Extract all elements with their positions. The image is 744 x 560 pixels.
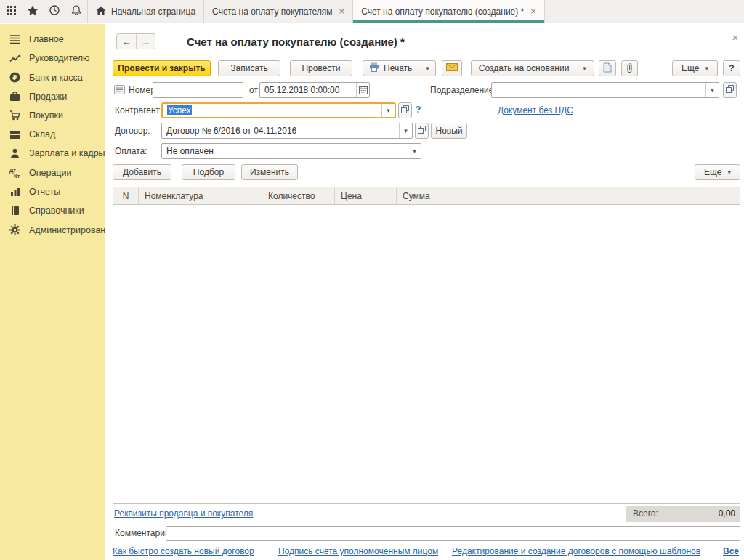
column-header-quantity[interactable]: Количество [262, 187, 335, 204]
payment-label: Оплата: [115, 146, 147, 156]
save-button[interactable]: Записать [218, 60, 280, 76]
chevron-down-icon[interactable]: ▾ [705, 65, 708, 72]
notifications-button[interactable] [65, 0, 87, 23]
row-contract: Договор: Договор № 6/2016 от 04.11.2016 … [105, 123, 744, 139]
sidebar-item-label: Главное [29, 34, 64, 44]
back-button[interactable]: ← [117, 34, 136, 49]
all-links-link[interactable]: Все [723, 546, 739, 556]
no-vat-link[interactable]: Документ без НДС [498, 105, 573, 115]
requisites-link[interactable]: Реквизиты продавца и покупателя [114, 508, 253, 519]
tab-label: Счет на оплату покупателю (создание) * [361, 7, 524, 17]
chevron-down-icon[interactable]: ▾ [408, 144, 421, 158]
forward-button[interactable]: → [136, 34, 155, 49]
history-button[interactable] [44, 0, 65, 23]
sidebar-item-bank-i-kassa[interactable]: ₽ Банк и касса [0, 68, 105, 87]
sidebar-item-otchety[interactable]: Отчеты [0, 182, 105, 201]
column-header-nomenclature[interactable]: Номенклатура [139, 187, 262, 204]
counterparty-open-button[interactable] [398, 102, 412, 118]
sidebar-item-operacii[interactable]: ДтКт Операции [0, 163, 105, 182]
printer-icon [369, 62, 379, 74]
divider [418, 63, 418, 73]
contract-field[interactable]: Договор № 6/2016 от 04.11.2016 ▾ [161, 123, 413, 139]
counterparty-field[interactable]: Успех ▾ [161, 102, 396, 118]
contract-open-button[interactable] [415, 123, 429, 139]
number-field[interactable] [153, 82, 243, 98]
chevron-down-icon[interactable]: ▾ [705, 83, 719, 97]
contract-templates-link[interactable]: Редактирование и создание договоров с по… [452, 546, 700, 556]
contract-value: Договор № 6/2016 от 04.11.2016 [162, 126, 399, 136]
chevron-down-icon[interactable]: ▾ [727, 169, 731, 176]
new-contract-button[interactable]: Новый [431, 123, 467, 139]
sidebar-item-pokupki[interactable]: Покупки [0, 106, 105, 125]
open-icon [726, 85, 734, 95]
items-table-body[interactable] [113, 205, 740, 503]
attachments-button[interactable] [621, 60, 638, 76]
pick-items-button[interactable]: Подбор [182, 164, 235, 180]
authorized-signature-link[interactable]: Подпись счета уполномоченным лицом [278, 546, 438, 556]
items-table-header: N Номенклатура Количество Цена Сумма [113, 187, 740, 205]
chevron-down-icon[interactable]: ▾ [583, 65, 586, 72]
department-field[interactable]: ▾ [491, 82, 719, 98]
items-toolbar: Добавить Подбор Изменить Еще ▾ [113, 164, 740, 180]
column-header-n[interactable]: N [113, 187, 139, 204]
history-icon [49, 4, 60, 18]
star-icon [27, 5, 39, 18]
open-icon [401, 105, 409, 115]
invoice-form: × ← → Счет на оплату покупателю (создани… [105, 24, 744, 560]
sidebar-item-zarplata-i-kadry[interactable]: Зарплата и кадры [0, 144, 105, 163]
tab-invoice-new[interactable]: Счет на оплату покупателю (создание) * × [352, 0, 545, 23]
add-row-button[interactable]: Добавить [113, 164, 171, 180]
payment-field[interactable]: Не оплачен ▾ [161, 143, 421, 159]
svg-text:₽: ₽ [12, 74, 17, 81]
print-button[interactable]: Печать ▾ [363, 60, 436, 76]
chevron-down-icon[interactable]: ▾ [426, 65, 429, 72]
form-close-icon[interactable]: × [732, 33, 738, 43]
chevron-down-icon[interactable]: ▾ [399, 123, 412, 138]
numbering-icon[interactable] [114, 85, 125, 97]
department-open-button[interactable] [723, 82, 737, 98]
book-icon [9, 206, 21, 216]
calendar-icon[interactable] [356, 83, 369, 97]
sidebar-item-label: Склад [29, 129, 55, 139]
sidebar-item-glavnoe[interactable]: Главное [0, 30, 105, 49]
column-header-price[interactable]: Цена [335, 187, 397, 204]
column-header-sum[interactable]: Сумма [397, 187, 458, 204]
comment-field[interactable] [166, 526, 740, 541]
tab-invoices-list[interactable]: Счета на оплату покупателям × [203, 0, 352, 23]
chevron-down-icon[interactable]: ▾ [381, 104, 395, 117]
dtkt-icon: ДтКт [9, 167, 21, 178]
create-based-on-button[interactable]: Создать на основании ▾ [471, 60, 594, 76]
bell-icon [70, 4, 82, 18]
ruble-icon: ₽ [9, 72, 21, 83]
sidebar-item-prodazhi[interactable]: Продажи [0, 87, 105, 106]
department-input[interactable] [492, 83, 705, 97]
post-button[interactable]: Провести [290, 60, 352, 76]
tab-close-icon[interactable]: × [530, 6, 536, 17]
sidebar-item-rukovoditelyu[interactable]: Руководителю [0, 49, 105, 68]
document-journal-button[interactable] [599, 60, 616, 76]
counterparty-help-link[interactable]: ? [416, 105, 421, 115]
items-more-button[interactable]: Еще ▾ [695, 164, 740, 180]
number-input[interactable] [153, 83, 243, 97]
apps-menu-button[interactable] [0, 0, 22, 23]
edit-items-button[interactable]: Изменить [241, 164, 298, 180]
howto-new-contract-link[interactable]: Как быстро создать новый договор [113, 546, 254, 556]
sidebar-item-spravochniki[interactable]: Справочники [0, 201, 105, 220]
comment-label: Комментарий: [115, 528, 172, 538]
date-field[interactable]: 05.12.2018 0:00:00 [259, 82, 370, 98]
print-label: Печать [384, 63, 412, 73]
help-button[interactable]: ? [723, 60, 740, 76]
tab-close-icon[interactable]: × [339, 6, 345, 17]
date-value: 05.12.2018 0:00:00 [260, 85, 356, 95]
tab-home[interactable]: Начальная страница [87, 0, 203, 23]
more-button[interactable]: Еще ▾ [672, 60, 718, 76]
favorites-button[interactable] [22, 0, 44, 23]
sidebar-item-administrirovanie[interactable]: Администрирование [0, 220, 105, 240]
comment-input[interactable] [166, 527, 740, 540]
sidebar-item-sklad[interactable]: Склад [0, 125, 105, 144]
send-email-button[interactable] [442, 60, 462, 76]
post-and-close-button[interactable]: Провести и закрыть [113, 60, 211, 76]
sidebar-item-label: Зарплата и кадры [29, 148, 105, 158]
table-footer: Реквизиты продавца и покупателя Всего: 0… [113, 506, 740, 522]
sidebar-item-label: Покупки [29, 110, 63, 121]
